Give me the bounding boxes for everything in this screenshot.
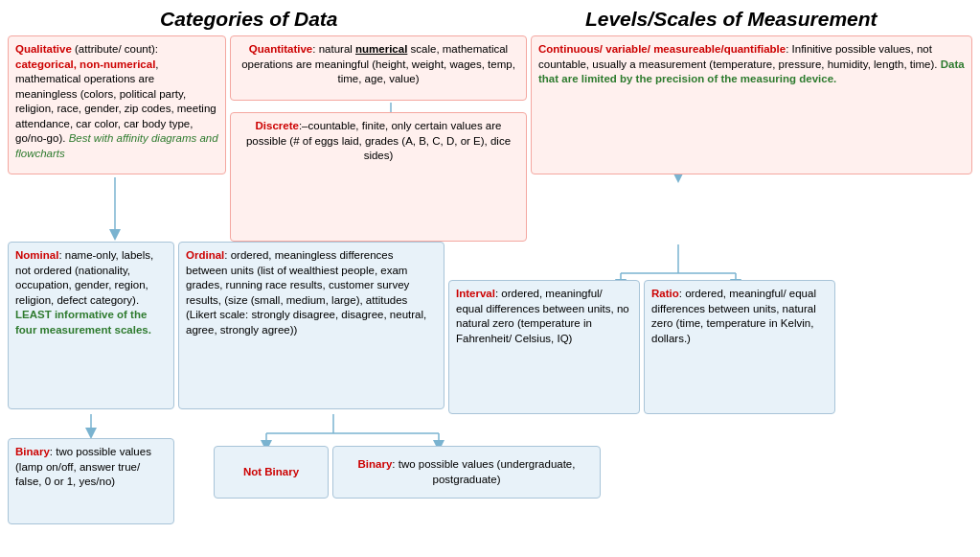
header-left: Categories of Data: [8, 8, 490, 31]
header-right: Levels/Scales of Measurement: [490, 8, 973, 31]
quantitative-title: Quantitative: [249, 43, 312, 55]
not-binary-title: Not Binary: [243, 465, 299, 480]
binary2-box: Binary: two possible values (undergradua…: [332, 446, 601, 499]
nominal-title: Nominal: [15, 249, 58, 261]
ordinal-title: Ordinal: [186, 249, 224, 261]
ordinal-box: Ordinal: ordered, meaningless difference…: [178, 242, 444, 409]
discrete-title: Discrete: [256, 120, 299, 131]
continuous-title: Continuous/ variable/ measureable/quanti…: [538, 43, 786, 55]
ratio-title: Ratio: [651, 288, 679, 299]
binary-box: Binary: two possible values (lamp on/off…: [8, 438, 174, 524]
binary2-title: Binary: [358, 458, 393, 470]
qualitative-title: Qualitative: [15, 43, 72, 55]
continuous-box: Continuous/ variable/ measureable/quanti…: [531, 35, 972, 174]
not-binary-box: Not Binary: [214, 446, 329, 499]
qualitative-box: Qualitative (attribute/ count): categori…: [8, 35, 226, 174]
ratio-box: Ratio: ordered, meaningful/ equal differ…: [644, 280, 835, 414]
nominal-box: Nominal: name-only, labels, not ordered …: [8, 242, 174, 409]
quantitative-box: Quantitative: natural numerical scale, m…: [230, 35, 527, 101]
interval-box: Interval: ordered, meaningful/ equal dif…: [448, 280, 640, 414]
interval-title: Interval: [456, 288, 495, 299]
discrete-box: Discrete:–countable, finite, only certai…: [230, 112, 527, 242]
binary-title: Binary: [15, 446, 50, 457]
